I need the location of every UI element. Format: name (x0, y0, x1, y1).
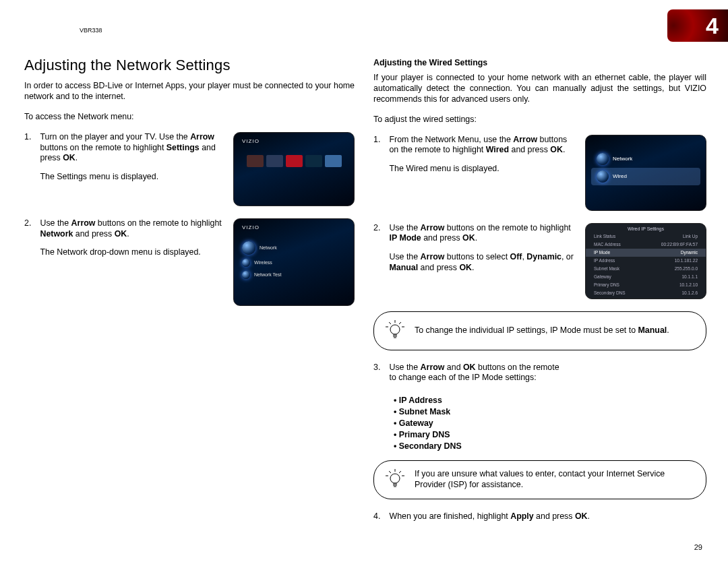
lightbulb-icon (385, 468, 405, 492)
menu-label: Network (613, 156, 632, 162)
app-row (234, 155, 354, 167)
setting-value: 10.1.2.10 (679, 282, 698, 287)
step-number: 2. (24, 218, 38, 229)
app-tile (325, 155, 342, 167)
svg-point-1 (390, 474, 400, 483)
settings-row: IP ModeDynamic (586, 249, 706, 257)
step-text: 2. Use the Arrow buttons on the remote t… (373, 223, 577, 274)
list-item: Subnet Mask (394, 407, 706, 416)
app-tile (305, 155, 322, 167)
orb-icon (597, 170, 609, 183)
ip-settings-list: IP AddressSubnet MaskGatewayPrimary DNSS… (394, 396, 706, 451)
setting-value: Dynamic (681, 250, 698, 255)
orb-icon (242, 259, 250, 267)
setting-key: Subnet Mask (594, 266, 619, 271)
page-title: Adjusting the Network Settings (24, 57, 231, 74)
button-bar: ApplyCancelNetwork Test (586, 299, 706, 299)
step-number: 1. (24, 132, 38, 143)
sidebar-list: NetworkWirelessNetwork Test (234, 241, 354, 279)
menu-label: Wireless (254, 260, 272, 265)
setting-key: Primary DNS (594, 282, 619, 287)
orb-icon (597, 153, 609, 165)
left-step-1: 1. Turn on the player and your TV. Use t… (24, 132, 355, 206)
right-step-2: 2. Use the Arrow buttons on the remote t… (373, 223, 706, 299)
setting-value: Link Up (683, 234, 698, 239)
screenshot-wired-ip-settings: Wired IP Settings Link StatusLink UpMAC … (585, 223, 706, 299)
step-note: The Settings menu is displayed. (40, 172, 224, 183)
settings-row: Primary DNS10.1.2.10 (586, 281, 706, 289)
step-number: 3. (373, 363, 387, 373)
step-note: Use the Arrow buttons to select Off, Dyn… (389, 252, 576, 274)
brand-label: VIZIO (234, 133, 354, 144)
right-column: Adjusting the Wired Settings If your pla… (373, 58, 706, 534)
lightbulb-icon (385, 319, 405, 343)
setting-key: MAC Address (594, 242, 621, 247)
step-number: 4. (373, 511, 387, 522)
svg-point-0 (390, 325, 400, 334)
menu-item: Wireless (242, 259, 354, 267)
menu-item: Network Test (242, 271, 354, 279)
setting-value: 00:22:B9:6F:FA:57 (661, 242, 698, 247)
step-note: The Wired menu is displayed. (389, 164, 576, 175)
setting-key: Link Status (594, 234, 615, 239)
settings-rows: Link StatusLink UpMAC Address00:22:B9:6F… (586, 232, 706, 297)
menu-item: Wired (591, 168, 700, 185)
settings-row: Secondary DNS10.1.2.6 (586, 289, 706, 297)
setting-value: 10.1.181.22 (675, 258, 698, 263)
orb-icon (242, 271, 250, 279)
chapter-number: 4 (706, 13, 719, 39)
page-number: 29 (694, 543, 702, 551)
tip-text: To change the individual IP settings, IP… (415, 325, 669, 336)
left-column: In order to access BD-Live or Internet A… (24, 81, 355, 318)
brand-label: VIZIO (234, 219, 354, 230)
right-step-3: 3. Use the Arrow and OK buttons on the r… (373, 363, 706, 384)
setting-key: Gateway (594, 274, 611, 279)
access-line: To access the Network menu: (24, 112, 355, 123)
left-step-2: 2. Use the Arrow buttons on the remote t… (24, 218, 355, 306)
settings-row: Subnet Mask255.255.0.0 (586, 265, 706, 273)
menu-item: Network (591, 150, 700, 168)
intro-text: If your player is connected to your home… (373, 73, 706, 105)
setting-key: IP Address (594, 258, 615, 263)
step-number: 1. (373, 135, 387, 146)
step-text: 3. Use the Arrow and OK buttons on the r… (373, 363, 706, 384)
menu-item: Network (242, 241, 354, 255)
screenshot-network-menu: VIZIO NetworkWirelessNetwork Test (233, 218, 355, 306)
setting-value: 255.255.0.0 (675, 266, 698, 271)
setting-key: IP Mode (594, 250, 610, 255)
orb-icon (242, 241, 255, 255)
setting-value: 10.1.1.1 (682, 274, 698, 279)
tip-text: If you are unsure what values to enter, … (415, 469, 695, 491)
access-line: To adjust the wired settings: (373, 115, 706, 125)
model-number: VBR338 (80, 27, 102, 34)
app-tile (247, 155, 264, 167)
step-text: 4. When you are finished, highlight Appl… (373, 511, 706, 522)
intro-text: In order to access BD-Live or Internet A… (24, 81, 355, 102)
settings-row: MAC Address00:22:B9:6F:FA:57 (586, 241, 706, 249)
settings-row: Link StatusLink Up (586, 232, 706, 241)
sub-heading: Adjusting the Wired Settings (373, 58, 706, 67)
menu-label: Network (260, 245, 277, 250)
right-step-4: 4. When you are finished, highlight Appl… (373, 511, 706, 522)
setting-key: Secondary DNS (594, 290, 626, 295)
step-note: The Network drop-down menu is displayed. (40, 247, 224, 258)
step-text: 1. From the Network Menu, use the Arrow … (373, 135, 577, 175)
list-item: Primary DNS (394, 430, 706, 439)
screenshot-settings-menu: VIZIO (233, 132, 355, 206)
list-item: Secondary DNS (394, 441, 706, 451)
setting-value: 10.1.2.6 (682, 290, 698, 295)
menu-label: Network Test (254, 272, 281, 277)
settings-row: Gateway10.1.1.1 (586, 273, 706, 281)
right-step-1: 1. From the Network Menu, use the Arrow … (373, 135, 706, 211)
app-tile (286, 155, 303, 167)
app-tile (266, 155, 283, 167)
step-number: 2. (373, 223, 387, 234)
step-text: 2. Use the Arrow buttons on the remote t… (24, 218, 225, 259)
list-item: IP Address (394, 396, 706, 405)
tip-box-1: To change the individual IP settings, IP… (373, 311, 706, 350)
list-item: Gateway (394, 418, 706, 428)
panel-title: Wired IP Settings (586, 224, 706, 232)
screenshot-wired-menu: NetworkWired (585, 135, 706, 211)
settings-row: IP Address10.1.181.22 (586, 257, 706, 265)
chapter-tab: 4 (667, 9, 728, 42)
